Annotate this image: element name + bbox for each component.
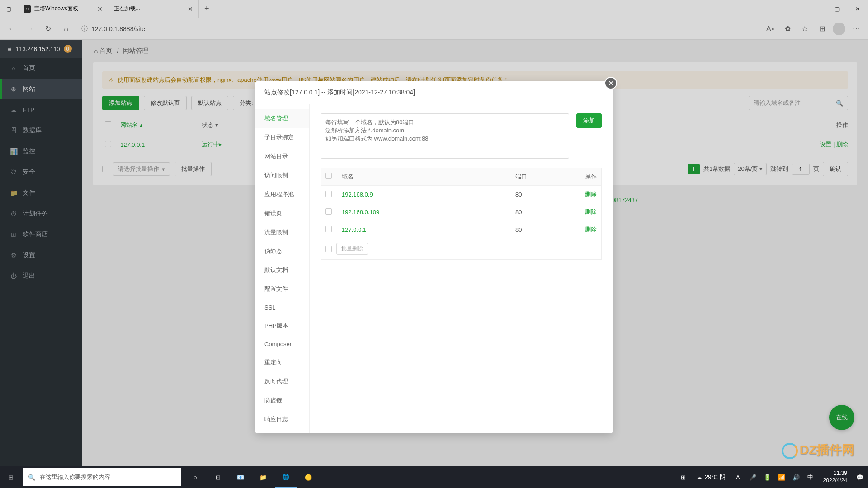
- modal-nav-proxy[interactable]: 反向代理: [255, 372, 309, 391]
- ime-icon[interactable]: 中: [804, 466, 817, 488]
- cortana-icon[interactable]: ○: [184, 466, 206, 488]
- domain-row: 192.168.0.9 80 删除: [321, 185, 601, 203]
- modal-nav-defaultdoc[interactable]: 默认文档: [255, 261, 309, 280]
- modal-nav-domain[interactable]: 域名管理: [255, 109, 309, 128]
- batch-delete-button[interactable]: 批量删除: [336, 243, 368, 255]
- modal-nav-traffic[interactable]: 流量限制: [255, 223, 309, 242]
- batch-checkbox[interactable]: [326, 246, 332, 252]
- domain-row: 192.168.0.109 80 删除: [321, 203, 601, 221]
- modal-nav-redirect[interactable]: 重定向: [255, 353, 309, 372]
- modal-nav-subdir[interactable]: 子目录绑定: [255, 128, 309, 147]
- modal-nav: 域名管理 子目录绑定 网站目录 访问限制 应用程序池 错误页 流量限制 伪静态 …: [255, 104, 310, 433]
- modal-overlay[interactable]: ✕ 站点修改[127.0.0.1] -- 添加时间[2021-12-27 10:…: [0, 0, 868, 488]
- search-icon: 🔍: [28, 474, 35, 481]
- explorer-icon[interactable]: 📁: [252, 466, 274, 488]
- taskbar-search[interactable]: 🔍 在这里输入你要搜索的内容: [23, 468, 181, 486]
- modal-nav-sitedir[interactable]: 网站目录: [255, 147, 309, 166]
- modal-content: 添加 域名 端口 操作 192.168.0.9 80 删除: [310, 104, 613, 433]
- modal-nav-responselog[interactable]: 响应日志: [255, 410, 309, 429]
- watermark: DZ插件网: [782, 441, 854, 459]
- tray-grid-icon[interactable]: ⊞: [677, 466, 690, 488]
- modal-close-button[interactable]: ✕: [604, 77, 617, 89]
- weather-text: 29°C 阴: [705, 473, 726, 481]
- tray-chevron-icon[interactable]: ᐱ: [732, 466, 745, 488]
- domain-batch-row: 批量删除: [321, 238, 601, 259]
- domain-link[interactable]: 192.168.0.9: [342, 191, 515, 198]
- domain-delete[interactable]: 删除: [570, 190, 597, 198]
- taskbar-clock[interactable]: 11:39 2022/4/24: [819, 470, 852, 484]
- col-op: 操作: [570, 173, 597, 181]
- network-icon[interactable]: 📶: [775, 466, 788, 488]
- chrome-icon[interactable]: 🟡: [297, 466, 319, 488]
- domain-textarea[interactable]: [321, 113, 569, 159]
- domain-link[interactable]: 127.0.0.1: [342, 226, 515, 233]
- modal-nav-hotlink[interactable]: 防盗链: [255, 391, 309, 410]
- modal-nav-ssl[interactable]: SSL: [255, 299, 309, 316]
- microphone-icon[interactable]: 🎤: [746, 466, 759, 488]
- weather-icon: ☁: [696, 474, 702, 481]
- modal-nav-access[interactable]: 访问限制: [255, 166, 309, 185]
- volume-icon[interactable]: 🔊: [790, 466, 802, 488]
- modal-nav-rewrite[interactable]: 伪静态: [255, 242, 309, 261]
- domain-checkbox[interactable]: [326, 191, 332, 197]
- domain-row: 127.0.0.1 80 删除: [321, 221, 601, 238]
- watermark-icon: [782, 443, 798, 459]
- modal-nav-errorpage[interactable]: 错误页: [255, 204, 309, 223]
- domain-table: 域名 端口 操作 192.168.0.9 80 删除 192.168.0.109…: [321, 168, 602, 260]
- modal-nav-apppool[interactable]: 应用程序池: [255, 185, 309, 204]
- domain-link[interactable]: 192.168.0.109: [342, 209, 515, 216]
- notification-icon[interactable]: 💬: [854, 466, 866, 488]
- modal-nav-php[interactable]: PHP版本: [255, 316, 309, 335]
- add-domain-button[interactable]: 添加: [576, 113, 602, 128]
- start-button[interactable]: ⊞: [0, 466, 22, 488]
- modal-nav-config[interactable]: 配置文件: [255, 280, 309, 299]
- col-port: 端口: [515, 173, 570, 181]
- search-placeholder: 在这里输入你要搜索的内容: [40, 473, 110, 481]
- taskview-icon[interactable]: ⊡: [207, 466, 229, 488]
- domain-port: 80: [515, 209, 570, 216]
- modal-nav-composer[interactable]: Composer: [255, 335, 309, 353]
- col-domain: 域名: [342, 173, 515, 181]
- mail-icon[interactable]: 📧: [230, 466, 251, 488]
- domain-delete[interactable]: 删除: [570, 225, 597, 234]
- domain-table-header: 域名 端口 操作: [321, 168, 601, 185]
- battery-icon[interactable]: 🔋: [761, 466, 774, 488]
- domain-delete[interactable]: 删除: [570, 208, 597, 216]
- domain-port: 80: [515, 191, 570, 198]
- edge-icon[interactable]: 🌐: [275, 466, 297, 488]
- clock-time: 11:39: [823, 470, 847, 477]
- site-edit-modal: ✕ 站点修改[127.0.0.1] -- 添加时间[2021-12-27 10:…: [255, 81, 613, 433]
- domain-checkbox[interactable]: [326, 226, 332, 232]
- domain-select-all[interactable]: [326, 173, 332, 179]
- weather-widget[interactable]: ☁ 29°C 阴: [692, 473, 730, 481]
- windows-taskbar: ⊞ 🔍 在这里输入你要搜索的内容 ○ ⊡ 📧 📁 🌐 🟡 ⊞ ☁ 29°C 阴 …: [0, 466, 868, 488]
- clock-date: 2022/4/24: [823, 477, 847, 484]
- domain-checkbox[interactable]: [326, 208, 332, 215]
- modal-title: 站点修改[127.0.0.1] -- 添加时间[2021-12-27 10:38…: [255, 81, 613, 104]
- domain-port: 80: [515, 226, 570, 233]
